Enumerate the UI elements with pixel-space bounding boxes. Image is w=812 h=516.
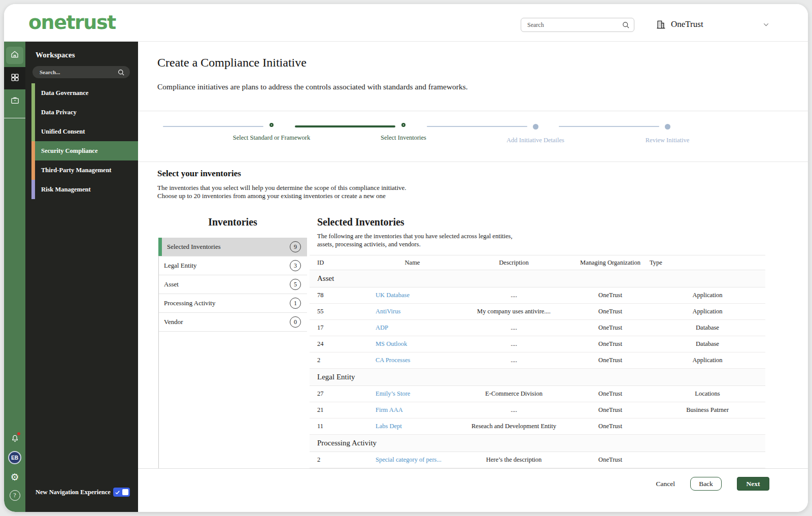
home-nav-button[interactable] — [6, 47, 23, 64]
cell-name: CA Processes — [368, 357, 457, 364]
cell-type: Application — [650, 357, 765, 364]
inventory-name-link[interactable]: MS Outlook — [376, 340, 407, 347]
cell-managing-organization: OneTrust — [571, 340, 650, 348]
inventory-name-link[interactable]: Emily’s Store — [376, 390, 410, 397]
stepper-connector — [163, 126, 263, 127]
table-group-row: Legal Entity — [310, 369, 765, 386]
cell-name: AntiVirus — [368, 308, 457, 315]
stepper-connector — [559, 126, 659, 127]
global-search-input[interactable] — [521, 21, 622, 29]
cell-type: Application — [650, 308, 765, 315]
global-search — [521, 18, 634, 32]
table-row: 11 Labs Dept Reseach and Development Ent… — [310, 418, 765, 435]
workspace-color-strip — [31, 122, 35, 141]
cell-managing-organization: OneTrust — [571, 423, 650, 430]
cell-type: Database — [650, 324, 765, 332]
workspace-list: Data Governance Data Privacy Unified Con… — [31, 83, 138, 199]
cell-id: 17 — [310, 324, 368, 332]
table-group: Legal Entity 27 Emily’s Store E-Commerce… — [310, 369, 765, 435]
stepper-step[interactable]: Review Initiative — [601, 123, 733, 144]
inventory-category-item[interactable]: Processing Activity 1 — [159, 294, 307, 313]
cancel-button[interactable]: Cancel — [656, 480, 675, 488]
next-button[interactable]: Next — [737, 477, 769, 491]
table-group: Processing Activity 2 Special category o… — [310, 435, 765, 468]
cell-description: Reseach and Development Entity — [457, 423, 571, 430]
avatar[interactable]: EB — [8, 451, 21, 464]
cell-id: 2 — [310, 357, 368, 364]
cell-description: Here’s the description — [457, 456, 571, 464]
inventories-heading: Inventories — [158, 216, 307, 228]
table-row: 24 MS Outlook .... OneTrust Database — [310, 336, 765, 352]
inventory-category-label: Selected Inventories — [167, 243, 290, 251]
help-icon[interactable]: ? — [10, 490, 20, 501]
selected-inventories-desc-line1: The following are the inventories that y… — [317, 233, 513, 240]
inventory-name-link[interactable]: Special category of pers... — [376, 456, 442, 463]
inventory-category-item[interactable]: Vendor 0 — [159, 313, 307, 332]
page-subtitle: Compliance initiatives are plans to addr… — [157, 82, 468, 91]
section-heading: Select your inventories — [157, 169, 241, 179]
cell-name: Emily’s Store — [368, 390, 457, 398]
cell-managing-organization: OneTrust — [571, 292, 650, 299]
sidebar-workspace-item[interactable]: Data Privacy — [31, 103, 138, 122]
inventory-name-link[interactable]: Labs Dept — [376, 423, 402, 430]
org-name: OneTrust — [671, 19, 762, 29]
inventory-name-link[interactable]: UK Database — [376, 292, 410, 299]
inventory-category-item[interactable]: Selected Inventories 9 — [159, 238, 307, 256]
table-header-row: IDNameDescriptionManaging OrganizationTy… — [310, 255, 765, 270]
table-group-label: Processing Activity — [317, 439, 377, 447]
inventory-count-badge: 9 — [290, 241, 301, 252]
table-row: 17 ADP .... OneTrust Database — [310, 320, 765, 336]
notification-badge — [17, 432, 20, 435]
main-content: Create a Compliance Initiative Complianc… — [138, 42, 808, 512]
cell-name: UK Database — [368, 292, 457, 299]
workspace-search-input[interactable] — [32, 69, 117, 75]
cell-description: .... — [457, 406, 571, 414]
workspaces-nav-button[interactable] — [4, 67, 25, 89]
workspace-search — [32, 66, 130, 78]
settings-gear-icon[interactable]: ⚙ — [10, 472, 19, 482]
cell-name: MS Outlook — [368, 340, 457, 348]
inventory-category-label: Asset — [164, 280, 290, 288]
back-button[interactable]: Back — [690, 477, 722, 491]
inventory-category-item[interactable]: Legal Entity 3 — [159, 256, 307, 275]
cell-description: .... — [457, 357, 571, 364]
cell-managing-organization: OneTrust — [571, 456, 650, 464]
sidebar-workspace-item[interactable]: Data Governance — [31, 83, 138, 103]
notifications-button[interactable] — [10, 433, 20, 443]
cell-type: Application — [650, 292, 765, 299]
sidebar-workspace-item[interactable]: Risk Management — [31, 180, 138, 199]
cell-type: Business Patrner — [650, 406, 765, 414]
inventory-name-link[interactable]: Firm AAA — [376, 406, 403, 413]
cell-id: 27 — [310, 390, 368, 398]
nav-experience-toggle[interactable] — [113, 488, 130, 497]
search-icon — [622, 21, 630, 29]
cell-id: 11 — [310, 423, 368, 430]
cell-type: Database — [650, 340, 765, 348]
org-switcher[interactable]: OneTrust — [656, 16, 770, 33]
briefcase-nav-button[interactable] — [6, 92, 23, 110]
sidebar-workspace-item[interactable]: Unified Consent — [31, 122, 138, 141]
cell-managing-organization: OneTrust — [571, 308, 650, 315]
inventory-name-link[interactable]: AntiVirus — [376, 308, 400, 315]
top-bar: onetrust OneTrust — [4, 4, 808, 42]
cell-name: ADP — [368, 324, 457, 332]
page-title: Create a Compliance Initiative — [157, 56, 307, 70]
cell-description: .... — [457, 340, 571, 348]
selected-inventories-table: IDNameDescriptionManaging OrganizationTy… — [310, 255, 765, 468]
workspace-label: Unified Consent — [35, 128, 85, 136]
inventory-name-link[interactable]: CA Processes — [376, 357, 410, 364]
inventory-name-link[interactable]: ADP — [376, 324, 388, 331]
table-row: 55 AntiVirus My company uses antivire...… — [310, 304, 765, 320]
sidebar-workspace-item[interactable]: Third-Party Management — [31, 160, 138, 180]
briefcase-icon — [10, 95, 20, 107]
building-icon — [656, 19, 666, 29]
inventory-count-badge: 0 — [290, 316, 301, 328]
cell-id: 55 — [310, 308, 368, 315]
table-group-row: Processing Activity — [310, 435, 765, 452]
workspace-label: Risk Management — [35, 186, 91, 194]
inventory-category-item[interactable]: Asset 5 — [159, 275, 307, 294]
table-body: Asset 78 UK Database .... OneTrust — [310, 270, 765, 468]
table-column-header: ID — [310, 259, 368, 267]
table-group-rows: 78 UK Database .... OneTrust Application… — [310, 287, 765, 369]
sidebar-workspace-item[interactable]: Security Compliance — [31, 141, 138, 160]
